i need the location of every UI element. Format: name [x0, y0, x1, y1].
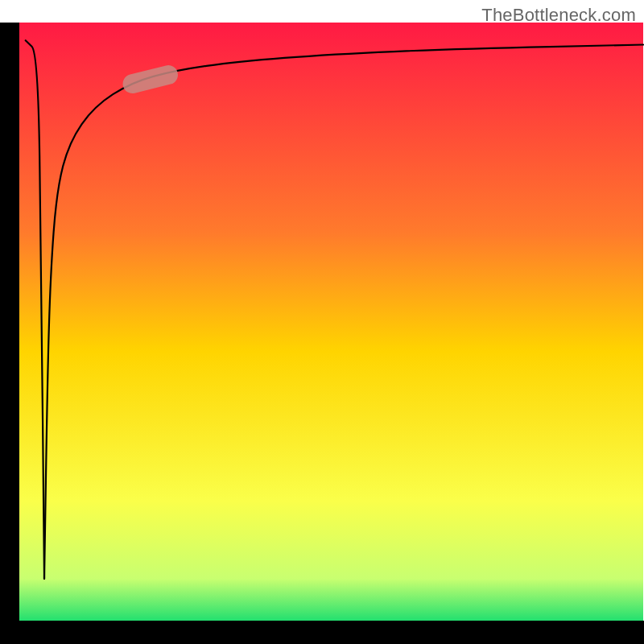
- chart-container: TheBottleneck.com: [0, 0, 644, 644]
- axis-left-frame: [0, 23, 19, 644]
- plot-area: [0, 23, 644, 644]
- axis-bottom-frame: [0, 621, 644, 644]
- plot-background: [19, 23, 643, 621]
- chart-svg: [0, 0, 644, 644]
- watermark-label: TheBottleneck.com: [481, 5, 636, 26]
